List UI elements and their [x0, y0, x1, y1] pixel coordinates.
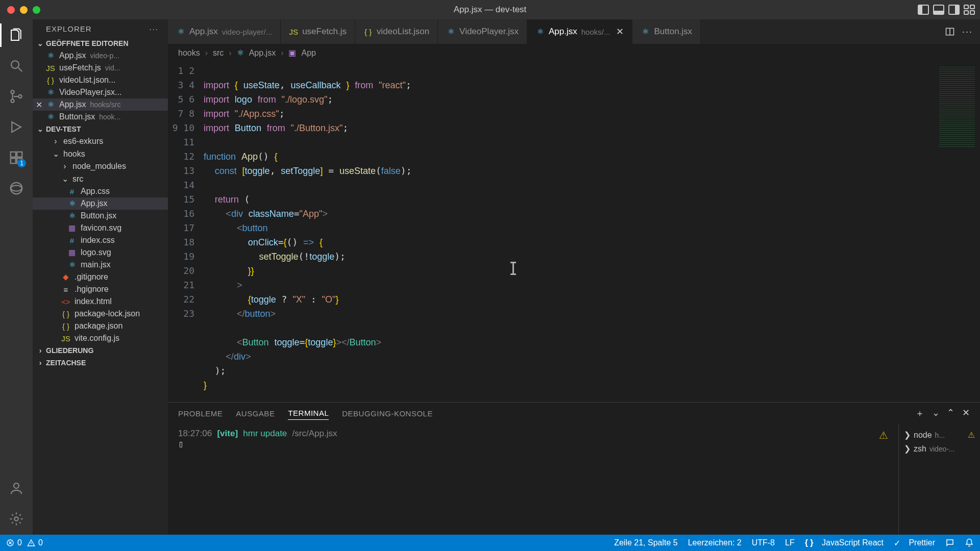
breadcrumb-item[interactable]: App — [301, 48, 315, 58]
folder-item[interactable]: ⌄src — [33, 172, 168, 185]
status-warnings[interactable]: 0 — [27, 538, 43, 547]
open-editor-item[interactable]: JSuseFetch.js vid... — [33, 62, 168, 74]
editor-tab[interactable]: JSuseFetch.js — [281, 19, 355, 44]
react-file-icon: ⚛ — [46, 88, 55, 97]
editor-tab[interactable]: ⚛App.jsxhooks/...✕ — [527, 19, 632, 44]
open-editor-item[interactable]: ⚛VideoPlayer.jsx... — [33, 86, 168, 98]
status-bell-icon[interactable] — [965, 538, 974, 547]
account-icon[interactable] — [8, 480, 25, 497]
status-prettier[interactable]: ✓ Prettier — [894, 538, 935, 548]
source-control-icon[interactable] — [8, 88, 25, 105]
close-window-button[interactable] — [7, 6, 15, 14]
new-terminal-icon[interactable]: ＋ — [915, 407, 925, 419]
settings-gear-icon[interactable] — [8, 510, 25, 528]
status-errors[interactable]: 0 — [6, 538, 22, 547]
terminal[interactable]: 18:27:06 [vite] hmr update /src/App.jsx … — [168, 424, 898, 535]
extensions-icon[interactable]: 1 — [8, 149, 25, 166]
folder-item[interactable]: ›node_modules — [33, 160, 168, 172]
sidebar-more-icon[interactable]: ··· — [149, 24, 159, 33]
close-panel-icon[interactable]: ✕ — [962, 407, 970, 419]
minimap[interactable] — [934, 62, 980, 402]
tab-debug-console[interactable]: DEBUGGING-KONSOLE — [342, 407, 433, 420]
status-eol[interactable]: LF — [785, 538, 795, 547]
edge-tools-icon[interactable] — [8, 180, 25, 197]
tab-terminal[interactable]: TERMINAL — [288, 407, 329, 420]
open-editor-item[interactable]: ⚛App.jsx video-p... — [33, 49, 168, 62]
project-section[interactable]: ⌄ DEV-TEST — [33, 123, 168, 135]
close-icon[interactable]: ✕ — [36, 100, 42, 110]
maximize-window-button[interactable] — [33, 6, 40, 14]
open-editor-item[interactable]: ✕⚛App.jsx hooks/src — [33, 98, 168, 111]
svg-rect-5 — [17, 152, 22, 157]
react-file-icon: ⚛ — [46, 100, 55, 109]
line-numbers: 1 2 3 4 5 6 7 8 9 10 11 12 13 14 15 16 1… — [168, 62, 204, 402]
explorer-sidebar: EXPLORER ··· ⌄ GEÖFFNETE EDITOREN ⚛App.j… — [33, 19, 168, 535]
window-title: App.jsx — dev-test — [454, 5, 527, 15]
file-item[interactable]: ▦favicon.svg — [33, 222, 168, 234]
open-editor-item[interactable]: { }videoList.json... — [33, 74, 168, 86]
run-debug-icon[interactable] — [8, 118, 25, 136]
breadcrumbs[interactable]: hooks› src› ⚛ App.jsx› ▣ App — [168, 44, 980, 62]
explorer-icon[interactable] — [8, 27, 25, 44]
outline-section[interactable]: › GLIEDERUNG — [33, 344, 168, 357]
warning-icon[interactable]: ⚠ — [879, 429, 888, 441]
tab-problems[interactable]: PROBLEME — [178, 407, 223, 420]
react-file-icon: ⚛ — [46, 112, 55, 121]
tab-output[interactable]: AUSGABE — [236, 407, 275, 420]
editor-tab[interactable]: ⚛Button.jsx — [632, 19, 701, 44]
breadcrumb-item[interactable]: src — [213, 48, 224, 58]
editor-tab[interactable]: ⚛App.jsxvideo-player/... — [168, 19, 281, 44]
file-item[interactable]: JSvite.config.js — [33, 332, 168, 344]
tab-label: Button.jsx — [654, 27, 692, 37]
chevron-icon: ⌄ — [61, 174, 68, 184]
toggle-sidebar-icon[interactable] — [918, 5, 929, 15]
status-cursor-pos[interactable]: Zeile 21, Spalte 5 — [614, 538, 678, 547]
editor-tab[interactable]: ⚛VideoPlayer.jsx — [438, 19, 527, 44]
item-label: es6-exkurs — [63, 137, 103, 146]
file-item[interactable]: ▦logo.svg — [33, 246, 168, 259]
breadcrumb-item[interactable]: App.jsx — [249, 48, 276, 58]
open-editor-item[interactable]: ⚛Button.jsx hook... — [33, 111, 168, 123]
folder-item[interactable]: ⌄hooks — [33, 147, 168, 160]
svg-file-icon: ▦ — [67, 248, 77, 257]
item-label: App.jsx — [81, 199, 107, 208]
split-editor-icon[interactable] — [945, 27, 955, 37]
file-hint: video-p... — [90, 52, 119, 60]
breadcrumb-item[interactable]: hooks — [178, 48, 200, 58]
status-feedback-icon[interactable] — [945, 538, 954, 547]
more-actions-icon[interactable]: ··· — [962, 27, 973, 37]
status-language[interactable]: { } JavaScript React — [805, 538, 884, 547]
file-item[interactable]: { }package.json — [33, 320, 168, 332]
file-item[interactable]: ⚛main.jsx — [33, 259, 168, 271]
file-item[interactable]: ≡.hgignore — [33, 283, 168, 295]
terminal-item-node[interactable]: ❯ node h... ⚠ — [904, 428, 975, 442]
search-icon[interactable] — [8, 57, 25, 74]
status-encoding[interactable]: UTF-8 — [752, 538, 775, 547]
customize-layout-icon[interactable] — [964, 5, 975, 15]
maximize-panel-icon[interactable]: ⌃ — [947, 407, 955, 419]
timeline-section[interactable]: › ZEITACHSE — [33, 357, 168, 369]
close-tab-icon[interactable]: ✕ — [616, 26, 624, 37]
react-file-icon: ⚛ — [67, 199, 77, 208]
terminal-item-zsh[interactable]: ❯ zsh video-... — [904, 442, 975, 456]
file-name: Button.jsx — [59, 112, 95, 121]
file-item[interactable]: ⚛App.jsx — [33, 197, 168, 210]
editor[interactable]: 1 2 3 4 5 6 7 8 9 10 11 12 13 14 15 16 1… — [168, 62, 980, 402]
toggle-secondary-sidebar-icon[interactable] — [948, 5, 960, 15]
toggle-panel-icon[interactable] — [933, 5, 944, 15]
file-file-icon: ≡ — [61, 285, 70, 294]
file-item[interactable]: #App.css — [33, 185, 168, 197]
file-item[interactable]: <>index.html — [33, 295, 168, 308]
file-item[interactable]: { }package-lock.json — [33, 308, 168, 320]
code-content[interactable]: import { useState, useCallback } from "r… — [204, 62, 980, 402]
minimize-window-button[interactable] — [20, 6, 28, 14]
editor-tab[interactable]: { }videoList.json — [355, 19, 438, 44]
folder-item[interactable]: ›es6-exkurs — [33, 135, 168, 147]
open-editors-section[interactable]: ⌄ GEÖFFNETE EDITOREN — [33, 37, 168, 49]
status-indent[interactable]: Leerzeichen: 2 — [688, 538, 742, 547]
editor-tabs: ⚛App.jsxvideo-player/...JSuseFetch.js{ }… — [168, 19, 980, 44]
file-item[interactable]: ◆.gitignore — [33, 271, 168, 283]
terminal-dropdown-icon[interactable]: ⌄ — [932, 407, 940, 419]
file-item[interactable]: #index.css — [33, 234, 168, 246]
file-item[interactable]: ⚛Button.jsx — [33, 210, 168, 222]
